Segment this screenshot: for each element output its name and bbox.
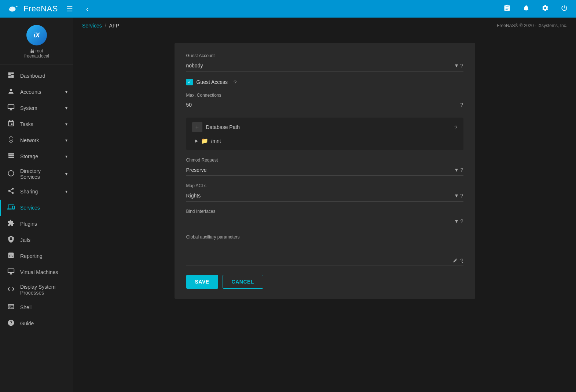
global-aux-label: Global auxiliary parameters [186, 234, 463, 240]
sidebar-item-jails[interactable]: Jails [0, 232, 73, 248]
back-icon[interactable]: ‹ [81, 5, 93, 13]
storage-icon [7, 152, 15, 161]
system-icon [7, 104, 15, 112]
sidebar-item-label-guide: Guide [20, 321, 34, 326]
guest-account-field: Guest Account nobody ▾ ? [186, 53, 463, 71]
breadcrumb-bar: Services / AFP FreeNAS® © 2020 - iXsyste… [73, 18, 576, 34]
chevron-down-icon-sharing: ▾ [65, 189, 67, 194]
guest-account-select-row[interactable]: nobody ▾ ? [186, 60, 463, 71]
jails-icon [7, 236, 15, 244]
logo-area: FreeNAS [6, 2, 58, 16]
guest-access-label: Guest Access [197, 79, 228, 85]
database-path-help-icon[interactable]: ? [454, 124, 457, 130]
sidebar-item-system[interactable]: System ▾ [0, 100, 73, 116]
chmod-help-icon[interactable]: ? [460, 167, 463, 173]
sidebar-item-label-plugins: Plugins [20, 221, 37, 227]
guest-account-help-icon[interactable]: ? [460, 62, 463, 69]
global-aux-help-icon[interactable]: ? [460, 257, 463, 263]
shell-icon [7, 303, 15, 312]
path-chevron-icon[interactable]: ▶ [195, 138, 198, 143]
sidebar-item-guide[interactable]: Guide [0, 315, 73, 332]
map-acls-select-row[interactable]: Rights ▾ ? [186, 190, 463, 201]
max-connections-help-icon[interactable]: ? [460, 101, 463, 108]
aux-edit-icons: ? [453, 257, 463, 263]
save-button[interactable]: SAVE [186, 275, 218, 289]
navigation: Dashboard Accounts ▾ System ▾ Tasks ▾ Ne… [0, 68, 73, 332]
avatar-text: iX [33, 32, 40, 39]
sidebar-item-network[interactable]: Network ▾ [0, 132, 73, 148]
breadcrumb-current: AFP [109, 23, 119, 29]
bind-interfaces-help-icon[interactable]: ? [460, 218, 463, 224]
layout: iX root freenas.local Dashboard Accounts… [0, 18, 576, 392]
guest-account-label: Guest Account [186, 53, 463, 58]
services-icon [7, 203, 15, 212]
sidebar-item-label-sharing: Sharing [20, 189, 38, 195]
svg-point-1 [10, 8, 11, 9]
guest-access-checkbox[interactable]: ✓ [186, 79, 193, 85]
sidebar-item-virtual-machines[interactable]: Virtual Machines [0, 264, 73, 280]
sidebar-item-display-system-processes[interactable]: Display System Processes [0, 280, 73, 299]
global-aux-textarea[interactable] [186, 241, 463, 263]
bind-interfaces-dropdown-icon[interactable]: ▾ [455, 218, 458, 225]
chevron-down-icon-system: ▾ [65, 106, 67, 111]
max-connections-input[interactable]: 50 [186, 102, 458, 108]
max-connections-row: 50 ? [186, 99, 463, 110]
sidebar-item-shell[interactable]: Shell [0, 299, 73, 315]
guest-account-value: nobody [186, 63, 452, 69]
sharing-icon [7, 187, 15, 196]
sidebar-item-sharing[interactable]: Sharing ▾ [0, 184, 73, 200]
tasks-icon [7, 120, 15, 129]
breadcrumb-parent[interactable]: Services [82, 23, 102, 29]
guest-access-help-icon[interactable]: ? [234, 79, 236, 85]
chmod-request-label: Chmod Request [186, 158, 463, 163]
chevron-down-icon-accounts: ▾ [65, 89, 67, 95]
topbar-left: FreeNAS ☰ ‹ [6, 2, 93, 16]
chmod-request-value: Preserve [186, 167, 452, 173]
cancel-button[interactable]: CANCEL [223, 275, 263, 289]
bind-interfaces-label: Bind Interfaces [186, 209, 463, 214]
chmod-dropdown-icon[interactable]: ▾ [455, 166, 458, 173]
sidebar-item-label-accounts: Accounts [20, 89, 41, 95]
power-icon[interactable] [558, 4, 570, 14]
map-acls-label: Map ACLs [186, 183, 463, 188]
sidebar-item-plugins[interactable]: Plugins [0, 216, 73, 232]
guest-account-dropdown-icon[interactable]: ▾ [455, 62, 458, 69]
sidebar-item-accounts[interactable]: Accounts ▾ [0, 84, 73, 100]
bell-icon[interactable] [520, 4, 532, 14]
edit-icon[interactable] [453, 258, 458, 263]
clipboard-icon[interactable] [501, 4, 513, 14]
sidebar-item-services[interactable]: Services [0, 200, 73, 216]
database-path-box: + Database Path ? ▶ 📁 /mnt [186, 118, 463, 150]
sidebar-item-storage[interactable]: Storage ▾ [0, 148, 73, 164]
sidebar-item-label-display-system-processes: Display System Processes [20, 284, 67, 296]
directory-services-icon [7, 170, 15, 178]
sidebar-item-label-network: Network [20, 137, 39, 143]
sidebar-item-label-tasks: Tasks [20, 121, 33, 127]
sidebar-item-label-services: Services [20, 205, 40, 211]
sidebar-item-label-virtual-machines: Virtual Machines [20, 269, 58, 275]
add-database-path-button[interactable]: + [192, 122, 202, 132]
database-path-label: Database Path [206, 124, 240, 130]
sidebar-item-tasks[interactable]: Tasks ▾ [0, 116, 73, 132]
accounts-icon [7, 88, 15, 96]
reporting-icon [7, 252, 15, 260]
map-acls-help-icon[interactable]: ? [460, 192, 463, 199]
sidebar-item-directory-services[interactable]: Directory Services ▾ [0, 164, 73, 184]
guest-access-row: ✓ Guest Access ? [186, 79, 463, 85]
chmod-request-select-row[interactable]: Preserve ▾ ? [186, 164, 463, 176]
settings-icon[interactable] [539, 4, 551, 14]
app-name: FreeNAS [23, 4, 58, 14]
sidebar-item-dashboard[interactable]: Dashboard [0, 68, 73, 84]
bind-interfaces-select-row[interactable]: ▾ ? [186, 215, 463, 227]
sidebar-item-label-shell: Shell [20, 304, 32, 310]
chevron-down-icon-tasks: ▾ [65, 122, 67, 127]
menu-icon[interactable]: ☰ [64, 4, 76, 13]
sidebar: iX root freenas.local Dashboard Accounts… [0, 18, 73, 392]
sidebar-item-label-reporting: Reporting [20, 253, 43, 259]
main-content: Services / AFP FreeNAS® © 2020 - iXsyste… [73, 18, 576, 392]
guide-icon [7, 319, 15, 328]
map-acls-dropdown-icon[interactable]: ▾ [455, 192, 458, 199]
max-connections-field: Max. Connections 50 ? [186, 93, 463, 110]
sidebar-item-label-jails: Jails [20, 237, 30, 243]
sidebar-item-reporting[interactable]: Reporting [0, 248, 73, 264]
